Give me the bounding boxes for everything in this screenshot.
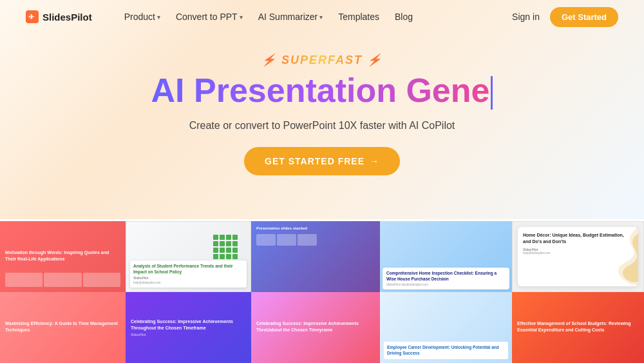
card-celebrating[interactable]: Celebrating Success: Impressive Achievem… bbox=[126, 292, 251, 363]
chevron-down-icon: ▾ bbox=[240, 14, 243, 21]
hero-title: AI Presentation Gene bbox=[0, 72, 644, 110]
superfast-label: ⚡ SUPERFAST ⚡ bbox=[261, 53, 383, 67]
signin-link[interactable]: Sign in bbox=[512, 12, 540, 22]
nav-templates[interactable]: Templates bbox=[332, 8, 386, 26]
card-col-2: Analysis of Student Performance Trends a… bbox=[126, 221, 251, 363]
logo-icon: ✈ bbox=[26, 10, 39, 23]
svg-text:✈: ✈ bbox=[28, 13, 35, 21]
career-box: Employee Career Development: Unlocking P… bbox=[384, 342, 508, 359]
nav-summarizer[interactable]: AI Summarizer ▾ bbox=[252, 8, 330, 26]
card-student-analysis[interactable]: Analysis of Student Performance Trends a… bbox=[126, 221, 251, 292]
hero-subtitle: Create or convert to PowerPoint 10X fast… bbox=[0, 120, 644, 132]
hero-section: ⚡ SUPERFAST ⚡ AI Presentation Gene Creat… bbox=[0, 34, 644, 175]
brand-name: SlidesPilot bbox=[43, 12, 92, 23]
card-col-1: Motivation through Words: Inspiring Quot… bbox=[0, 221, 126, 363]
slide-strip bbox=[5, 273, 120, 287]
nav-right: Sign in Get Started bbox=[512, 7, 618, 27]
card-col-5: Home Décor: Unique Ideas, Budget Estimat… bbox=[512, 221, 644, 363]
home-card-content: Home Décor: Unique Ideas, Budget Estimat… bbox=[518, 227, 638, 286]
hero-title-ai: AI Presentation Gene bbox=[151, 72, 490, 109]
navbar: ✈ SlidesPilot Product ▾ Convert to PPT ▾… bbox=[0, 0, 644, 34]
card-motivation[interactable]: Motivation through Words: Inspiring Quot… bbox=[0, 221, 126, 292]
card-school-budget[interactable]: Effective Management of School Budgets: … bbox=[512, 292, 644, 363]
card-col-3: Presentation slides stacked Celebrating … bbox=[251, 221, 380, 363]
nav-product[interactable]: Product ▾ bbox=[118, 8, 167, 26]
card-efficiency[interactable]: Maximizing Efficiency: A Guide to Time M… bbox=[0, 292, 126, 363]
card-employee-career[interactable]: Employee Career Development: Unlocking P… bbox=[380, 292, 512, 363]
chevron-down-icon: ▾ bbox=[319, 14, 323, 21]
card-home-inspection[interactable]: Comprehensive Home Inspection Checklist:… bbox=[380, 221, 512, 292]
hero-cta-button[interactable]: GET STARTED FREE → bbox=[244, 147, 400, 175]
wave-decoration-icon bbox=[612, 227, 638, 285]
cursor-icon bbox=[491, 76, 493, 110]
slide-content: Celebrating Success: Impressive Achievem… bbox=[256, 297, 375, 358]
arrow-icon: → bbox=[370, 156, 379, 166]
nav-blog[interactable]: Blog bbox=[388, 8, 419, 26]
white-overlay-card: Analysis of Student Performance Trends a… bbox=[130, 260, 247, 288]
slide-content: Celebrating Success: Impressive Achievem… bbox=[131, 297, 246, 358]
card-col-4: Comprehensive Home Inspection Checklist:… bbox=[380, 221, 512, 363]
nav-get-started-button[interactable]: Get Started bbox=[550, 7, 618, 27]
card-home-decor[interactable]: Home Décor: Unique Ideas, Budget Estimat… bbox=[512, 221, 644, 292]
nav-links: Product ▾ Convert to PPT ▾ AI Summarizer… bbox=[118, 8, 512, 26]
grid-pattern bbox=[213, 235, 238, 259]
info-card-box: Comprehensive Home Inspection Checklist:… bbox=[383, 268, 509, 289]
card-purple-bottom[interactable]: Celebrating Success: Impressive Achievem… bbox=[251, 292, 380, 363]
cards-section: Motivation through Words: Inspiring Quot… bbox=[0, 221, 644, 363]
logo[interactable]: ✈ SlidesPilot bbox=[26, 10, 92, 23]
front-slide: Presentation slides stacked bbox=[251, 221, 380, 292]
card-stacked-top[interactable]: Presentation slides stacked bbox=[251, 221, 380, 292]
slide-content: Maximizing Efficiency: A Guide to Time M… bbox=[5, 297, 120, 358]
nav-convert[interactable]: Convert to PPT ▾ bbox=[169, 8, 249, 26]
slide-content: Effective Management of School Budgets: … bbox=[517, 297, 639, 358]
chevron-down-icon: ▾ bbox=[157, 14, 160, 21]
